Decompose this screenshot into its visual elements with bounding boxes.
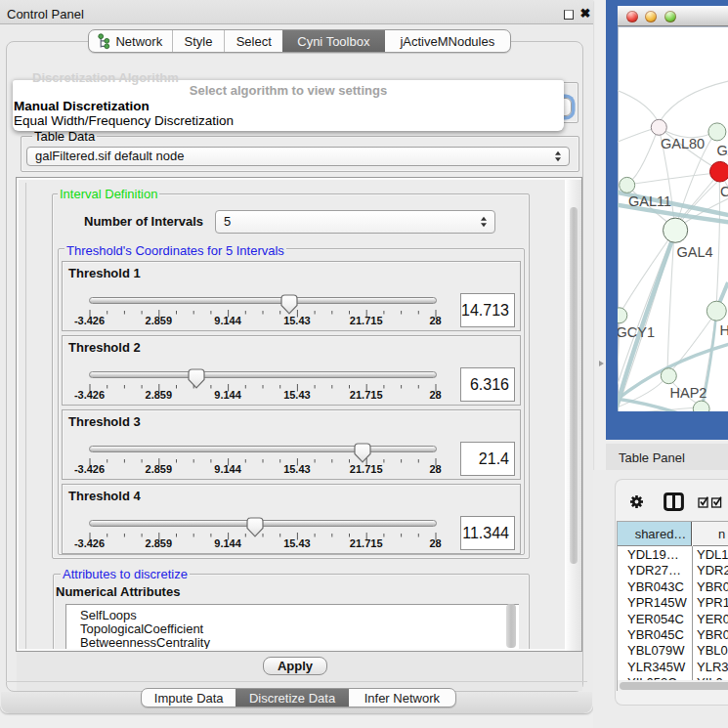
svg-text:HAP2: HAP2 xyxy=(670,385,707,401)
svg-text:GAL4: GAL4 xyxy=(677,244,713,260)
svg-text:GAL80: GAL80 xyxy=(661,136,705,151)
svg-text:C: C xyxy=(720,184,728,199)
svg-text:GCY1: GCY1 xyxy=(618,324,655,340)
svg-text:GA: GA xyxy=(717,143,728,158)
svg-text:H: H xyxy=(720,322,728,338)
svg-text:GAL11: GAL11 xyxy=(628,193,671,209)
